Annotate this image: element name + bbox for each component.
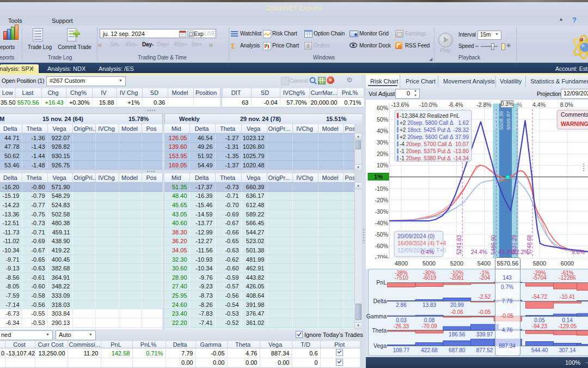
svg-text:10.07: 10.07 bbox=[455, 141, 469, 147]
svg-text:307.14: 307.14 bbox=[559, 347, 576, 353]
svg-text:8.0%: 8.0% bbox=[560, 101, 573, 108]
svg-text:-26.33: -26.33 bbox=[394, 323, 409, 329]
svg-text:1%: 1% bbox=[374, 173, 383, 180]
svg-text:Comments: Comments bbox=[561, 111, 588, 118]
svg-text:5241.83: 5241.83 bbox=[456, 234, 462, 255]
svg-text:-204: -204 bbox=[479, 275, 490, 281]
svg-text:30%: 30% bbox=[377, 139, 388, 146]
svg-text:4.4%: 4.4% bbox=[532, 101, 546, 108]
svg-text:0.08: 0.08 bbox=[424, 317, 435, 323]
svg-text:-40%: -40% bbox=[375, 220, 388, 226]
svg-text:-5704: -5704 bbox=[532, 275, 547, 281]
svg-text:-0.05: -0.05 bbox=[479, 309, 491, 315]
svg-text:20.99: 20.99 bbox=[450, 302, 464, 308]
svg-text:422.68: 422.68 bbox=[421, 347, 438, 353]
svg-text:+2 20sep. 5800 Call Δ: +2 20sep. 5800 Call Δ bbox=[400, 120, 454, 126]
svg-text:-28.32: -28.32 bbox=[454, 127, 469, 133]
svg-text:-2.52: -2.52 bbox=[479, 294, 491, 300]
svg-text:60%: 60% bbox=[377, 105, 388, 111]
svg-text:-4 20sep. 5700 Call Δ: -4 20sep. 5700 Call Δ bbox=[400, 141, 452, 147]
svg-text:-20%: -20% bbox=[375, 197, 388, 203]
svg-text:0.3%: 0.3% bbox=[501, 101, 513, 107]
svg-text:-7510: -7510 bbox=[394, 275, 408, 281]
svg-text:50%: 50% bbox=[377, 116, 388, 123]
svg-text:544.40: 544.40 bbox=[531, 347, 548, 353]
svg-text:Gamma: Gamma bbox=[366, 313, 387, 319]
svg-text:%: % bbox=[517, 102, 522, 108]
svg-text:Vega: Vega bbox=[373, 342, 387, 349]
svg-text:+2 20sep. 5600 Call Δ: +2 20sep. 5600 Call Δ bbox=[400, 134, 454, 140]
svg-text:-13.80: -13.80 bbox=[454, 148, 469, 154]
svg-text:2.86: 2.86 bbox=[396, 302, 407, 308]
svg-text:37.99: 37.99 bbox=[455, 134, 469, 140]
svg-text:9.6%: 9.6% bbox=[572, 249, 585, 255]
svg-text:0.03: 0.03 bbox=[396, 317, 407, 323]
svg-text:5645.61: 5645.61 bbox=[512, 111, 518, 130]
svg-text:5486.90: 5486.90 bbox=[491, 234, 497, 255]
svg-text:-129.05: -129.05 bbox=[558, 323, 577, 329]
svg-text:877.52: 877.52 bbox=[476, 347, 493, 353]
svg-text:24.4%: 24.4% bbox=[471, 249, 487, 255]
svg-text:-12,384.82 Realized PnL: -12,384.82 Realized PnL bbox=[400, 113, 460, 119]
svg-text:0.4%: 0.4% bbox=[421, 249, 434, 255]
svg-text:-6019: -6019 bbox=[422, 275, 437, 281]
svg-text:-10%: -10% bbox=[375, 185, 388, 192]
svg-text:186.56: 186.56 bbox=[449, 331, 465, 337]
svg-text:-1 20sep. 5380 Put Δ: -1 20sep. 5380 Put Δ bbox=[400, 155, 451, 161]
svg-text:+2 18oct. 5425 Put Δ: +2 18oct. 5425 Put Δ bbox=[400, 127, 451, 133]
svg-text:20/09/2024 (0): 20/09/2024 (0) bbox=[397, 233, 434, 239]
svg-text:-70.09: -70.09 bbox=[421, 323, 437, 329]
svg-text:-10.0%: -10.0% bbox=[419, 101, 437, 108]
svg-text:16/09/2024 (4) T+4: 16/09/2024 (4) T+4 bbox=[397, 240, 446, 246]
svg-text:-30%: -30% bbox=[375, 208, 388, 215]
svg-text:10%: 10% bbox=[377, 162, 388, 168]
svg-text:-60%: -60% bbox=[375, 243, 388, 249]
svg-text:687.80: 687.80 bbox=[449, 347, 465, 353]
svg-text:WARNING:: WARNING: bbox=[561, 120, 588, 127]
svg-text:-54.72: -54.72 bbox=[532, 294, 548, 300]
svg-text:-2.8%: -2.8% bbox=[476, 101, 491, 108]
svg-text:109.77: 109.77 bbox=[393, 347, 410, 353]
svg-text:20%: 20% bbox=[377, 150, 388, 157]
svg-text:-50%: -50% bbox=[375, 231, 388, 238]
svg-text:22.2%: 22.2% bbox=[513, 249, 529, 255]
svg-text:5508.39: 5508.39 bbox=[498, 111, 504, 130]
svg-text:5599.87: 5599.87 bbox=[505, 111, 511, 130]
svg-text:-12286: -12286 bbox=[559, 275, 576, 281]
svg-text:-0.06: -0.06 bbox=[451, 309, 463, 315]
svg-text:Delta: Delta bbox=[373, 298, 387, 304]
svg-text:0.14: 0.14 bbox=[562, 317, 573, 323]
svg-text:-94.23: -94.23 bbox=[532, 323, 548, 329]
svg-text:13.83: 13.83 bbox=[422, 302, 436, 308]
svg-text:-2081: -2081 bbox=[450, 275, 464, 281]
svg-text:PnL: PnL bbox=[376, 279, 387, 286]
svg-text:Theta: Theta bbox=[372, 327, 387, 334]
svg-text:-1 20sep. 5375 Put Δ: -1 20sep. 5375 Put Δ bbox=[400, 148, 451, 154]
svg-text:-6.4%: -6.4% bbox=[448, 101, 463, 108]
svg-text:0.05: 0.05 bbox=[534, 317, 545, 323]
svg-text:1.62: 1.62 bbox=[458, 120, 469, 126]
svg-text:-13.6%: -13.6% bbox=[391, 101, 409, 108]
svg-text:5462.65: 5462.65 bbox=[492, 111, 498, 130]
svg-text:40%: 40% bbox=[377, 128, 388, 134]
svg-text:-10.41: -10.41 bbox=[560, 294, 575, 300]
svg-text:339.97: 339.97 bbox=[476, 331, 493, 337]
svg-text:-14.34: -14.34 bbox=[454, 155, 469, 161]
svg-text:43.3%: 43.3% bbox=[498, 249, 514, 255]
